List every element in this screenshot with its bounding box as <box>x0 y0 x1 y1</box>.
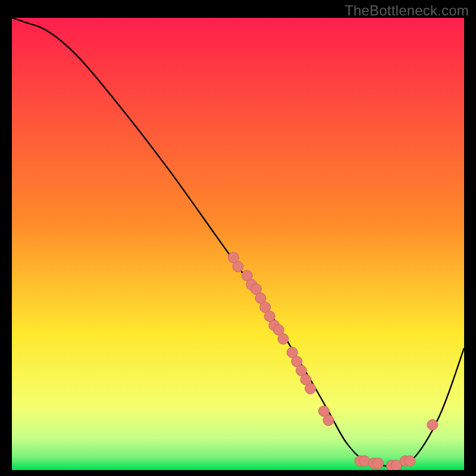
chart-svg <box>12 18 464 470</box>
data-dot <box>373 458 384 469</box>
chart-plot-area <box>12 18 464 470</box>
watermark-text: TheBottleneck.com <box>345 2 469 19</box>
data-dot <box>278 334 289 345</box>
data-dot <box>233 261 243 272</box>
data-dot <box>305 383 316 394</box>
data-dot <box>323 415 334 425</box>
gradient-background <box>12 18 464 470</box>
data-dot <box>427 419 438 430</box>
stage: TheBottleneck.com <box>0 0 476 476</box>
data-dot <box>405 456 415 466</box>
